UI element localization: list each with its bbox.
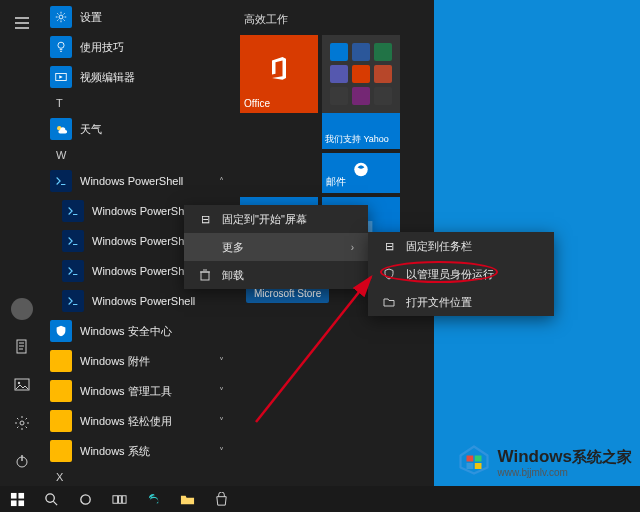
watermark-logo-icon [456,442,492,482]
watermark: Windows系统之家 www.bjjmlv.com [456,442,632,482]
svg-point-3 [20,421,24,425]
watermark-text: Windows [498,447,572,466]
tiles-header[interactable]: 高效工作 [244,12,428,27]
documents-button[interactable] [0,328,44,366]
svg-rect-13 [201,272,209,280]
taskbar-store[interactable] [204,486,238,512]
folder-icon [50,410,72,432]
tile-yahoo[interactable]: 我们支持 Yahoo [322,113,400,149]
app-video-editor[interactable]: 视频编辑器 [44,62,234,92]
trash-icon [198,268,212,282]
svg-rect-26 [466,463,473,469]
tile-apps-grid[interactable] [322,35,400,113]
admin-shield-icon [382,267,396,281]
ctx-run-admin[interactable]: 以管理员身份运行 [368,260,554,288]
app-label: Windows PowerShell [92,265,195,277]
folder-open-icon [382,295,396,309]
svg-rect-15 [10,492,16,498]
hamburger-button[interactable] [0,4,44,42]
svg-point-6 [58,42,64,48]
ctx-label: 卸载 [222,268,244,283]
tile-office[interactable]: Office [240,35,318,113]
gear-icon [50,6,72,28]
app-label: Windows 管理工具 [80,384,172,399]
ctx-more[interactable]: 更多› [184,233,368,261]
svg-rect-27 [474,463,481,469]
cortana-button[interactable] [68,486,102,512]
app-label: 天气 [80,122,102,137]
app-powershell-folder[interactable]: Windows PowerShell˄ [44,166,234,196]
watermark-text: 系统之家 [572,448,632,465]
app-admin-tools[interactable]: Windows 管理工具˅ [44,376,234,406]
app-label: 视频编辑器 [80,70,135,85]
video-icon [50,66,72,88]
lightbulb-icon [50,36,72,58]
app-label: Windows PowerShell [92,205,195,217]
start-button[interactable] [0,486,34,512]
powershell-icon [62,290,84,312]
pin-icon: ⊟ [198,212,212,226]
svg-rect-24 [466,456,473,462]
search-button[interactable] [34,486,68,512]
ctx-pin-taskbar[interactable]: ⊟固定到任务栏 [368,232,554,260]
app-security[interactable]: Windows 安全中心 [44,316,234,346]
weather-icon [50,118,72,140]
powershell-icon [62,230,84,252]
ctx-label: 更多 [222,240,244,255]
user-avatar[interactable] [0,290,44,328]
letter-header-t[interactable]: T [44,92,234,114]
tile-label: Office [244,98,270,109]
chevron-up-icon: ˄ [219,176,224,187]
pictures-button[interactable] [0,366,44,404]
shield-icon [50,320,72,342]
app-accessories[interactable]: Windows 附件˅ [44,346,234,376]
letter-header-w[interactable]: W [44,144,234,166]
taskbar [0,486,640,512]
svg-point-19 [45,493,53,501]
powershell-icon [62,260,84,282]
svg-point-10 [354,163,368,177]
app-label: Windows PowerShell [80,175,183,187]
ctx-uninstall[interactable]: 卸载 [184,261,368,289]
app-label: Windows 附件 [80,354,150,369]
powershell-icon [62,200,84,222]
ctx-open-location[interactable]: 打开文件位置 [368,288,554,316]
folder-icon [50,350,72,372]
app-system[interactable]: Windows 系统˅ [44,436,234,466]
svg-rect-23 [122,495,126,503]
app-easy-use[interactable]: Windows 轻松使用˅ [44,406,234,436]
app-label: Windows 系统 [80,444,150,459]
app-weather[interactable]: 天气 [44,114,234,144]
tile-mail[interactable]: 邮件 [322,153,400,193]
taskbar-edge[interactable] [136,486,170,512]
svg-rect-16 [18,492,24,498]
ctx-label: 打开文件位置 [406,295,472,310]
chevron-down-icon: ˅ [219,446,224,457]
svg-point-5 [59,15,63,19]
ctx-pin-start[interactable]: ⊟固定到"开始"屏幕 [184,205,368,233]
context-menu-primary: ⊟固定到"开始"屏幕 更多› 卸载 [184,205,368,289]
power-button[interactable] [0,442,44,480]
watermark-url: www.bjjmlv.com [498,467,632,478]
app-label: 设置 [80,10,102,25]
app-settings[interactable]: 设置 [44,2,234,32]
start-rail [0,0,44,486]
app-label: 使用技巧 [80,40,124,55]
app-label: Windows PowerShell [92,295,195,307]
taskbar-explorer[interactable] [170,486,204,512]
ctx-label: 以管理员身份运行 [406,267,494,282]
chevron-down-icon: ˅ [219,416,224,427]
folder-icon [50,440,72,462]
chevron-down-icon: ˅ [219,356,224,367]
settings-rail-button[interactable] [0,404,44,442]
context-menu-submenu: ⊟固定到任务栏 以管理员身份运行 打开文件位置 [368,232,554,316]
app-tips[interactable]: 使用技巧 [44,32,234,62]
app-label: Windows PowerShell [92,235,195,247]
task-view-button[interactable] [102,486,136,512]
letter-header-x[interactable]: X [44,466,234,486]
app-powershell-4[interactable]: Windows PowerShell [44,286,234,316]
svg-rect-18 [18,500,24,506]
svg-rect-25 [474,456,481,462]
svg-point-2 [18,382,20,384]
chevron-down-icon: ˅ [219,386,224,397]
